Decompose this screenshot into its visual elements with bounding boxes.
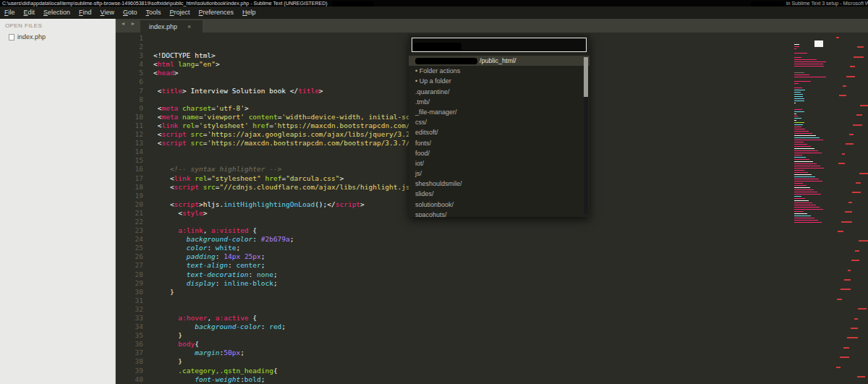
background-window-title: in Sublime Text 3 setup - Microsoft Word — [751, 0, 868, 7]
code-line: 30 } — [116, 288, 868, 296]
window-title: C:\users\did\appdata\local\temp\sublime-… — [0, 1, 328, 6]
quick-panel: /public_html/• Folder actions• Up a fold… — [409, 35, 590, 217]
quick-panel-item[interactable]: .tmb/ — [409, 97, 590, 107]
menu-edit[interactable]: Edit — [20, 7, 40, 19]
quick-panel-item[interactable]: • Folder actions — [409, 66, 590, 76]
quick-panel-item[interactable]: _file-manager/ — [409, 107, 590, 117]
line-number: 5 — [116, 69, 143, 77]
line-number: 17 — [116, 174, 143, 183]
close-icon[interactable]: × — [187, 23, 191, 30]
minimap[interactable] — [794, 40, 827, 224]
background-text-fragment — [843, 347, 849, 349]
line-number: 19 — [116, 192, 143, 200]
code-line: 24 background-color: #2b679a; — [116, 235, 868, 244]
open-files-header: OPEN FILES — [0, 19, 115, 32]
background-text-fragment — [851, 328, 858, 329]
line-number: 15 — [116, 156, 143, 165]
background-text-fragment — [846, 143, 854, 145]
background-text-fragment — [846, 76, 855, 77]
quick-panel-item[interactable]: spacohuts/ — [409, 210, 590, 217]
quick-panel-item-label: .tmb/ — [415, 98, 430, 106]
code-line: 28 text-decoration: none; — [116, 270, 868, 279]
editor-area: ◄ ► index.php× 123<!DOCTYPE html>4<html … — [116, 19, 868, 384]
redaction-blob — [415, 58, 477, 64]
menu-selection[interactable]: Selection — [39, 7, 75, 19]
sidebar: OPEN FILES index.php — [0, 19, 116, 384]
line-number: 32 — [116, 305, 143, 314]
line-number: 7 — [116, 87, 143, 95]
line-number: 37 — [116, 349, 143, 357]
background-text-fragment — [836, 367, 841, 368]
line-number: 24 — [116, 235, 143, 244]
background-text-fragment — [839, 95, 846, 96]
nav-back-icon[interactable]: ◄ — [119, 21, 127, 26]
quick-panel-item-label: food/ — [415, 150, 430, 157]
line-number: 36 — [116, 340, 143, 349]
background-text-fragment — [840, 357, 849, 358]
background-text-fragment — [857, 46, 864, 48]
line-number: 22 — [116, 218, 143, 226]
background-text-fragment — [841, 289, 851, 290]
menu-tools[interactable]: Tools — [142, 7, 166, 19]
background-text-fragment — [836, 37, 839, 38]
quick-panel-item[interactable]: sheshouldsmile/ — [409, 179, 590, 189]
tab-label: index.php — [149, 23, 177, 30]
background-text-fragment — [837, 299, 842, 300]
quick-panel-item-label: slides/ — [415, 190, 434, 197]
menu-goto[interactable]: Goto — [119, 7, 142, 19]
sidebar-file-index.php[interactable]: index.php — [0, 32, 115, 43]
quick-panel-item[interactable]: css/ — [409, 117, 590, 127]
menu-bar: FileEditSelectionFindViewGotoToolsProjec… — [0, 7, 868, 19]
menu-file[interactable]: File — [0, 7, 20, 19]
code-line: 33 a:hover, a:active { — [116, 314, 868, 323]
background-text-fragment — [848, 202, 852, 203]
line-number: 25 — [116, 244, 143, 252]
menu-find[interactable]: Find — [75, 7, 96, 19]
quick-panel-item[interactable]: solutionbook/ — [409, 200, 590, 210]
quick-panel-item-label: .quarantine/ — [415, 88, 450, 95]
background-text-fragment — [843, 85, 846, 87]
code-line: 27 text-align: center; — [116, 261, 868, 270]
line-number: 1 — [116, 34, 143, 43]
background-text-fragment — [854, 318, 858, 320]
line-number: 6 — [116, 77, 143, 86]
menu-help[interactable]: Help — [238, 7, 260, 19]
menu-view[interactable]: View — [96, 7, 119, 19]
quick-panel-item[interactable]: food/ — [409, 148, 590, 158]
background-text-fragment — [860, 105, 868, 106]
line-number: 29 — [116, 279, 143, 288]
background-window-strip — [830, 33, 868, 384]
quick-panel-item[interactable]: fonts/ — [409, 138, 590, 148]
line-number: 30 — [116, 288, 143, 296]
background-text-fragment — [848, 270, 851, 271]
quick-panel-item-label: spacohuts/ — [415, 211, 447, 217]
scrollbar-thumb[interactable] — [584, 57, 588, 97]
quick-panel-item-label: js/ — [415, 170, 422, 177]
line-number: 34 — [116, 323, 143, 331]
sidebar-file-label: index.php — [17, 33, 46, 40]
background-text-fragment — [841, 221, 852, 223]
background-text-fragment — [853, 124, 862, 126]
background-text-fragment — [856, 182, 861, 184]
line-number: 28 — [116, 270, 143, 279]
quick-panel-item[interactable]: .quarantine/ — [409, 87, 590, 97]
code-line: 31 — [116, 296, 868, 305]
quick-panel-input[interactable] — [412, 38, 587, 52]
quick-panel-item[interactable]: iot/ — [409, 158, 590, 168]
menu-preferences[interactable]: Preferences — [195, 7, 239, 19]
background-text-fragment — [857, 376, 865, 377]
menu-project[interactable]: Project — [166, 7, 195, 19]
quick-panel-item[interactable]: • Up a folder — [409, 76, 590, 86]
quick-panel-item-label: _file-manager/ — [415, 108, 457, 116]
line-number: 3 — [116, 51, 143, 60]
quick-panel-item[interactable]: editsoft/ — [409, 127, 590, 137]
quick-panel-scrollbar[interactable] — [584, 57, 588, 214]
line-number: 26 — [116, 252, 143, 261]
nav-forward-icon[interactable]: ► — [129, 21, 137, 26]
line-number: 8 — [116, 95, 143, 104]
code-editor[interactable]: 123<!DOCTYPE html>4<html lang="en">5<hea… — [116, 33, 868, 384]
quick-panel-item[interactable]: /public_html/ — [409, 56, 590, 66]
quick-panel-item[interactable]: slides/ — [409, 189, 590, 199]
quick-panel-item[interactable]: js/ — [409, 168, 590, 179]
quick-panel-item-label: css/ — [415, 119, 427, 126]
